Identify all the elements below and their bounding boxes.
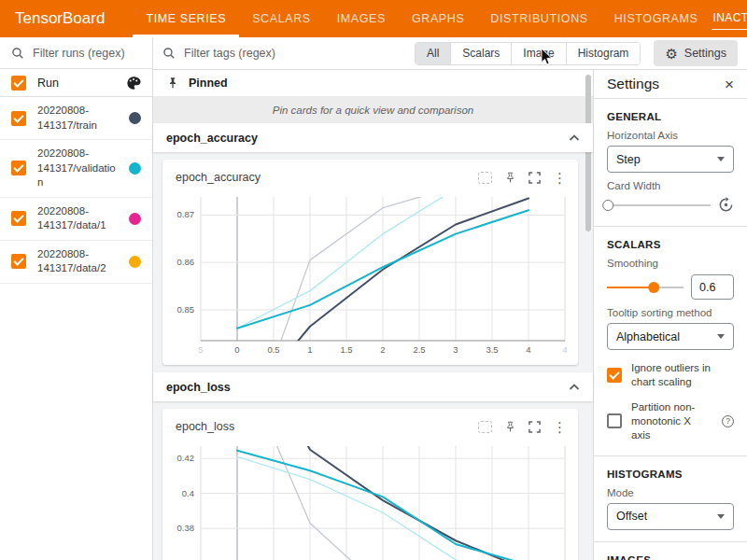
card-title: epoch_loss bbox=[176, 420, 234, 433]
partition-x-axis-checkbox[interactable] bbox=[607, 413, 622, 428]
runs-sidebar: Filter runs (regex) Run 20220808-141317/… bbox=[0, 37, 153, 560]
chevron-up-icon[interactable] bbox=[569, 384, 580, 391]
filter-runs-placeholder: Filter runs (regex) bbox=[33, 47, 125, 60]
card-menu-icon[interactable]: ⋮ bbox=[553, 420, 567, 434]
run-header-label: Run bbox=[37, 77, 59, 90]
pin-card-icon[interactable] bbox=[504, 421, 516, 433]
run-list-item[interactable]: 20220808-141317/validation bbox=[0, 140, 152, 198]
smoothing-slider[interactable] bbox=[607, 281, 684, 294]
svg-text:2: 2 bbox=[380, 344, 385, 355]
run-select-all-checkbox[interactable] bbox=[11, 76, 26, 91]
pin-icon bbox=[166, 77, 179, 90]
run-list: 20220808-141317/train 20220808-141317/va… bbox=[0, 97, 152, 284]
top-nav-tab[interactable]: SCALARS bbox=[239, 0, 324, 37]
run-name: 20220808-141317/data/1 bbox=[37, 204, 116, 233]
gear-icon: ⚙ bbox=[665, 47, 677, 61]
horizontal-axis-label: Horizontal Axis bbox=[607, 130, 734, 141]
ignore-outliers-label: Ignore outliers in chart scaling bbox=[631, 361, 734, 389]
run-list-item[interactable]: 20220808-141317/data/1 bbox=[0, 198, 152, 241]
top-nav-tab[interactable]: IMAGES bbox=[324, 0, 399, 37]
epoch-accuracy-card: epoch_accuracy ⋮ 00.511.522.533.54540.85… bbox=[162, 160, 578, 365]
partition-x-axis-label: Partition non-monotonic X axis bbox=[631, 400, 712, 442]
epoch-accuracy-region: epoch_accuracy ⋮ 00.511.522.533.54540.85… bbox=[153, 152, 593, 372]
epoch-loss-card: epoch_loss ⋮ 00.511.522.533.540.360.380.… bbox=[162, 409, 578, 560]
run-color-dot bbox=[129, 213, 141, 225]
filter-runs-input[interactable]: Filter runs (regex) bbox=[0, 37, 152, 69]
filter-tags-input[interactable]: Filter tags (regex) bbox=[162, 47, 415, 60]
top-nav-tab[interactable]: HISTOGRAMS bbox=[601, 0, 712, 37]
tags-toolbar: Filter tags (regex) AllScalarsImageHisto… bbox=[153, 37, 747, 70]
search-icon bbox=[11, 47, 24, 60]
palette-icon[interactable] bbox=[126, 76, 141, 91]
topbar-right-controls: INACTIVE ◐ ↻ ⚙ ? bbox=[712, 5, 747, 33]
pinned-label: Pinned bbox=[189, 77, 228, 90]
run-checkbox[interactable] bbox=[11, 111, 26, 126]
top-nav-tabs: TIME SERIESSCALARSIMAGESGRAPHSDISTRIBUTI… bbox=[133, 0, 711, 37]
run-color-dot bbox=[129, 256, 141, 268]
general-heading: GENERAL bbox=[607, 111, 734, 122]
top-bar: TensorBoard TIME SERIESSCALARSIMAGESGRAP… bbox=[0, 0, 747, 37]
fit-domain-icon[interactable] bbox=[478, 421, 492, 433]
main-scrollbar[interactable] bbox=[585, 75, 591, 231]
reset-icon[interactable] bbox=[718, 197, 734, 213]
run-list-item[interactable]: 20220808-141317/train bbox=[0, 97, 152, 140]
svg-text:0.87: 0.87 bbox=[177, 209, 195, 219]
svg-text:1.5: 1.5 bbox=[340, 344, 352, 355]
card-width-label: Card Width bbox=[607, 180, 734, 191]
histogram-mode-label: Mode bbox=[607, 487, 734, 498]
section-header-epoch-loss[interactable]: epoch_loss bbox=[153, 372, 593, 401]
svg-text:0.42: 0.42 bbox=[177, 453, 195, 463]
top-nav-tab[interactable]: TIME SERIES bbox=[133, 0, 239, 37]
run-color-dot bbox=[129, 162, 141, 175]
section-header-epoch-accuracy[interactable]: epoch_accuracy bbox=[153, 123, 593, 152]
main-content: Pinned Pin cards for a quick view and co… bbox=[153, 70, 593, 560]
run-color-dot bbox=[129, 112, 141, 124]
chevron-down-icon bbox=[717, 157, 725, 161]
scalars-heading: SCALARS bbox=[607, 239, 734, 250]
top-nav-tab[interactable]: GRAPHS bbox=[399, 0, 477, 37]
histogram-mode-select[interactable]: Offset bbox=[607, 503, 734, 530]
svg-text:2.5: 2.5 bbox=[413, 344, 425, 355]
tag-type-filter-chip[interactable]: Image bbox=[512, 43, 566, 64]
fullscreen-icon[interactable] bbox=[529, 421, 541, 433]
run-checkbox[interactable] bbox=[11, 161, 26, 175]
run-name: 20220808-141317/train bbox=[37, 104, 116, 133]
pin-card-icon[interactable] bbox=[504, 172, 516, 184]
horizontal-axis-select[interactable]: Step bbox=[607, 146, 734, 173]
svg-text:4: 4 bbox=[526, 344, 530, 355]
epoch-accuracy-chart[interactable]: 00.511.522.533.54540.850.860.87 bbox=[162, 188, 578, 361]
run-list-header: Run bbox=[0, 69, 152, 97]
run-list-item[interactable]: 20220808-141317/data/2 bbox=[0, 241, 152, 284]
svg-text:0.38: 0.38 bbox=[177, 523, 195, 533]
svg-text:0.86: 0.86 bbox=[177, 257, 195, 267]
card-menu-icon[interactable]: ⋮ bbox=[553, 171, 567, 185]
smoothing-input[interactable]: 0.6 bbox=[691, 274, 734, 300]
card-width-slider[interactable] bbox=[607, 199, 711, 212]
tag-type-filter-chip[interactable]: Histogram bbox=[567, 43, 641, 64]
svg-text:4: 4 bbox=[562, 344, 567, 355]
top-nav-tab[interactable]: DISTRIBUTIONS bbox=[477, 0, 600, 37]
run-name: 20220808-141317/validation bbox=[37, 147, 116, 190]
status-dropdown[interactable]: INACTIVE bbox=[712, 8, 747, 30]
ignore-outliers-checkbox[interactable] bbox=[607, 368, 622, 383]
svg-text:5: 5 bbox=[198, 344, 203, 355]
tooltip-sorting-select[interactable]: Alphabetical bbox=[607, 323, 734, 350]
help-icon[interactable]: ? bbox=[722, 415, 734, 427]
chevron-up-icon[interactable] bbox=[569, 134, 580, 142]
fullscreen-icon[interactable] bbox=[529, 172, 541, 184]
run-name: 20220808-141317/data/2 bbox=[37, 247, 116, 276]
chevron-down-icon bbox=[717, 334, 725, 339]
settings-button[interactable]: ⚙ Settings bbox=[654, 40, 738, 66]
run-checkbox[interactable] bbox=[11, 211, 26, 226]
tag-type-filter-chip[interactable]: All bbox=[416, 43, 451, 64]
fit-domain-icon[interactable] bbox=[478, 172, 492, 184]
svg-text:0.5: 0.5 bbox=[267, 344, 279, 355]
pinned-hint-strip: Pin cards for a quick view and compariso… bbox=[153, 96, 593, 123]
settings-panel-title: Settings bbox=[607, 76, 659, 92]
tag-type-filter-chip[interactable]: Scalars bbox=[451, 43, 512, 64]
chevron-down-icon bbox=[717, 514, 725, 519]
run-checkbox[interactable] bbox=[11, 254, 26, 269]
close-icon[interactable]: × bbox=[725, 77, 734, 92]
tag-type-filter-group: AllScalarsImageHistogram bbox=[415, 42, 641, 65]
epoch-loss-chart[interactable]: 00.511.522.533.540.360.380.40.42 bbox=[162, 437, 578, 560]
